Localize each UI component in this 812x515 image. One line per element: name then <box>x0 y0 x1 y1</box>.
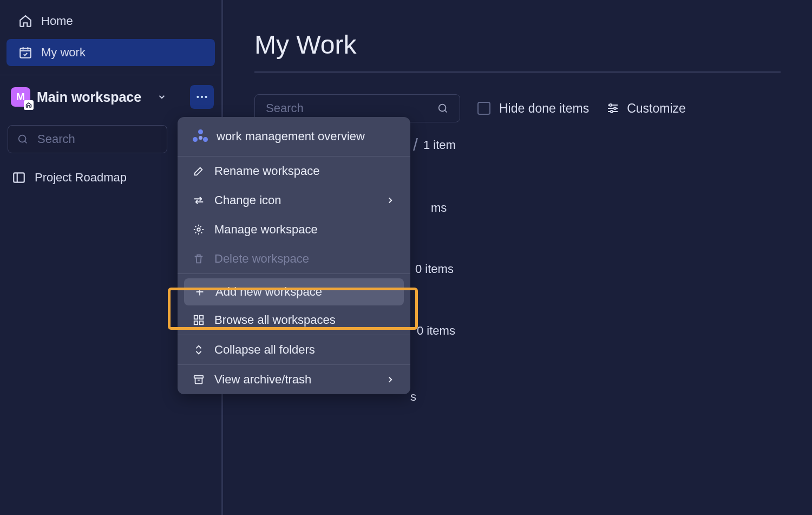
nav-my-work[interactable]: My work <box>6 39 215 66</box>
chevron-right-icon <box>385 375 395 384</box>
svg-rect-15 <box>194 376 204 379</box>
menu-delete-workspace: Delete workspace <box>178 244 410 273</box>
menu-item-label: Rename workspace <box>214 164 319 178</box>
menu-item-label: Browse all workspaces <box>214 313 336 327</box>
nav-home[interactable]: Home <box>6 8 215 35</box>
my-work-icon <box>18 45 32 60</box>
svg-rect-0 <box>20 48 31 57</box>
collapse-icon <box>193 344 205 356</box>
pencil-icon <box>193 165 205 177</box>
workspace-name: Main workspace <box>37 89 148 105</box>
menu-rename-workspace[interactable]: Rename workspace <box>178 157 410 186</box>
home-icon <box>18 14 32 28</box>
menu-add-workspace[interactable]: Add new workspace <box>184 278 404 305</box>
svg-point-2 <box>201 96 203 98</box>
search-icon <box>17 133 29 145</box>
menu-item-label: Add new workspace <box>215 285 322 299</box>
svg-point-10 <box>197 228 200 231</box>
more-horizontal-icon <box>195 90 209 104</box>
svg-rect-5 <box>14 173 24 182</box>
sidebar-divider <box>0 75 221 75</box>
section-count-3: 0 items <box>415 262 454 276</box>
checkbox-icon <box>477 102 490 115</box>
section-count-1: / 1 item <box>413 135 456 155</box>
slash-icon: / <box>413 135 418 155</box>
chevron-right-icon <box>385 195 395 205</box>
customize-label: Customize <box>627 101 686 116</box>
section-count-2: ms <box>431 201 447 215</box>
svg-point-9 <box>611 110 613 113</box>
menu-item-label: View archive/trash <box>214 373 311 387</box>
workspace-badge: M <box>11 87 30 107</box>
menu-view-archive[interactable]: View archive/trash <box>178 365 410 394</box>
grid-icon <box>193 314 205 326</box>
menu-collapse-folders[interactable]: Collapse all folders <box>178 335 410 364</box>
workspace-more-button[interactable] <box>190 85 214 109</box>
menu-browse-workspaces[interactable]: Browse all workspaces <box>178 310 410 335</box>
home-overlay-icon <box>24 100 34 110</box>
sidebar-item-label: Project Roadmap <box>35 171 127 185</box>
menu-overview-label: work management overview <box>217 129 365 144</box>
workspace-menu: work management overview Rename workspac… <box>178 117 410 394</box>
swap-icon <box>193 194 205 206</box>
workspace-selector[interactable]: M Main workspace <box>0 85 221 109</box>
trash-icon <box>193 253 205 265</box>
hide-done-checkbox[interactable]: Hide done items <box>477 101 589 116</box>
page-title: My Work <box>254 30 781 60</box>
menu-item-label: Delete workspace <box>214 252 309 266</box>
svg-point-8 <box>614 107 616 109</box>
nav-my-work-label: My work <box>41 45 86 60</box>
hide-done-label: Hide done items <box>499 101 589 116</box>
search-icon <box>437 102 449 114</box>
svg-point-7 <box>610 104 612 106</box>
menu-manage-workspace[interactable]: Manage workspace <box>178 215 410 244</box>
svg-point-1 <box>197 96 199 98</box>
menu-overview[interactable]: work management overview <box>178 117 410 157</box>
svg-rect-11 <box>194 316 198 319</box>
menu-change-icon[interactable]: Change icon <box>178 186 410 215</box>
workspace-dropdown[interactable] <box>154 89 169 105</box>
customize-button[interactable]: Customize <box>606 101 686 116</box>
sidebar-search-placeholder: Search <box>37 132 75 146</box>
count-text: 1 item <box>423 138 456 152</box>
section-count-5: s <box>410 390 416 404</box>
nav-home-label: Home <box>41 14 73 28</box>
archive-icon <box>193 374 205 386</box>
menu-item-label: Manage workspace <box>214 223 318 237</box>
menu-item-label: Change icon <box>214 193 281 207</box>
svg-rect-12 <box>200 316 203 319</box>
gear-icon <box>193 224 205 236</box>
svg-point-4 <box>19 135 26 142</box>
title-underline <box>254 71 781 73</box>
sliders-icon <box>606 102 619 115</box>
board-icon <box>12 171 26 185</box>
chevron-down-icon <box>157 92 167 102</box>
sidebar-search[interactable]: Search <box>8 125 167 153</box>
svg-point-6 <box>439 105 446 112</box>
svg-rect-13 <box>194 321 198 324</box>
menu-item-label: Collapse all folders <box>214 343 315 357</box>
plus-icon <box>194 286 206 298</box>
section-count-4: 0 items <box>417 324 455 338</box>
svg-point-3 <box>205 96 207 98</box>
main-search-placeholder: Search <box>266 101 304 115</box>
svg-rect-14 <box>200 321 203 324</box>
work-management-icon <box>193 129 208 144</box>
